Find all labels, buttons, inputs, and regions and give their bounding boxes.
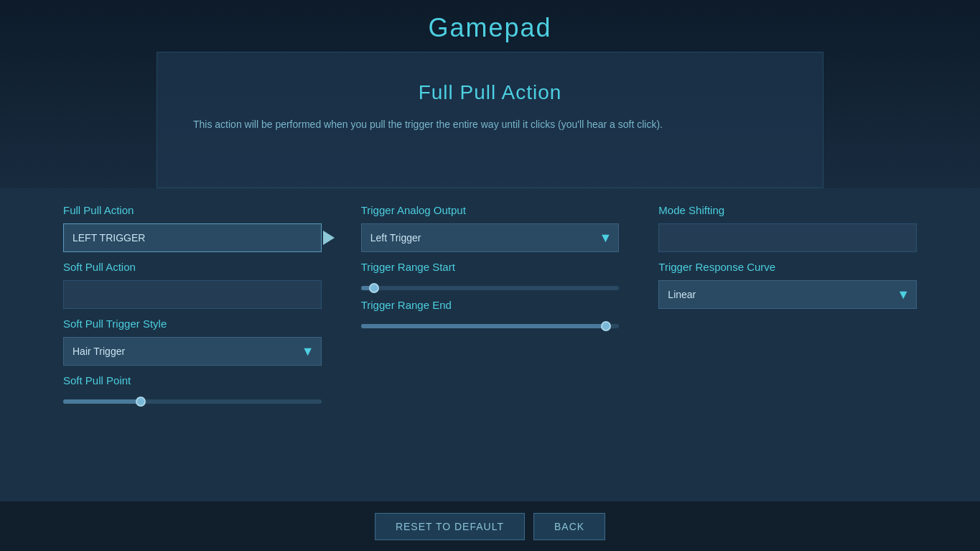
mode-shifting-input[interactable]	[658, 223, 917, 252]
trigger-range-start-label: Trigger Range Start	[361, 261, 620, 273]
trigger-analog-output-label: Trigger Analog Output	[361, 204, 620, 216]
trigger-range-start-group: Trigger Range Start	[361, 261, 620, 290]
full-pull-action-input[interactable]	[63, 223, 322, 252]
trigger-response-curve-select[interactable]: Linear Aggressive Relaxed Wide Medium Na…	[658, 280, 917, 309]
trigger-range-end-track	[361, 324, 620, 328]
trigger-range-end-thumb[interactable]	[601, 321, 611, 331]
trigger-analog-output-wrapper: Left Trigger Right Trigger None ▼	[361, 223, 620, 252]
trigger-response-curve-wrapper: Linear Aggressive Relaxed Wide Medium Na…	[658, 280, 917, 309]
header: Gamepad	[0, 0, 980, 52]
hero-card-title: Full Pull Action	[193, 81, 787, 104]
back-button[interactable]: BACK	[533, 513, 605, 540]
page-title: Gamepad	[428, 13, 551, 42]
soft-pull-action-label: Soft Pull Action	[63, 261, 322, 273]
soft-pull-trigger-style-select[interactable]: Hair Trigger Hip Fire Hair Trigger + Hip…	[63, 337, 322, 366]
soft-pull-point-thumb[interactable]	[136, 397, 146, 407]
mode-shifting-group: Mode Shifting	[658, 204, 917, 252]
soft-pull-trigger-style-group: Soft Pull Trigger Style Hair Trigger Hip…	[63, 318, 322, 366]
full-pull-action-label: Full Pull Action	[63, 204, 322, 216]
soft-pull-trigger-style-label: Soft Pull Trigger Style	[63, 318, 322, 330]
soft-pull-point-label: Soft Pull Point	[63, 374, 322, 386]
soft-pull-point-group: Soft Pull Point	[63, 374, 322, 404]
trigger-analog-output-select[interactable]: Left Trigger Right Trigger None	[361, 223, 620, 252]
hero-card-description: This action will be performed when you p…	[193, 117, 753, 132]
col-center: Trigger Analog Output Left Trigger Right…	[361, 204, 620, 328]
soft-pull-trigger-style-wrapper: Hair Trigger Hip Fire Hair Trigger + Hip…	[63, 337, 322, 366]
soft-pull-point-slider[interactable]	[63, 394, 322, 404]
trigger-range-end-label: Trigger Range End	[361, 299, 620, 311]
trigger-range-end-fill	[361, 324, 607, 328]
page-wrapper: Gamepad Full Pull Action This action wil…	[0, 0, 980, 551]
soft-pull-point-fill	[63, 399, 141, 404]
footer: RESET TO DEFAULT BACK	[0, 501, 980, 551]
mode-shifting-label: Mode Shifting	[658, 204, 917, 216]
soft-pull-action-input[interactable]	[63, 280, 322, 309]
soft-pull-point-track	[63, 399, 322, 404]
trigger-response-curve-label: Trigger Response Curve	[658, 261, 917, 273]
trigger-response-curve-group: Trigger Response Curve Linear Aggressive…	[658, 261, 917, 309]
trigger-range-start-thumb[interactable]	[369, 283, 379, 293]
col-right: Mode Shifting Trigger Response Curve Lin…	[658, 204, 917, 309]
soft-pull-action-group: Soft Pull Action	[63, 261, 322, 309]
full-pull-action-wrapper	[63, 223, 322, 252]
trigger-range-start-slider[interactable]	[361, 280, 620, 290]
cursor-triangle-icon	[323, 231, 335, 245]
trigger-range-end-slider[interactable]	[361, 318, 620, 328]
hero-card: Full Pull Action This action will be per…	[157, 52, 823, 188]
full-pull-action-group: Full Pull Action	[63, 204, 322, 252]
col-left: Full Pull Action Soft Pull Action Soft P…	[63, 204, 322, 404]
controls-area: Full Pull Action Soft Pull Action Soft P…	[0, 188, 980, 501]
trigger-range-end-group: Trigger Range End	[361, 299, 620, 328]
trigger-range-start-track	[361, 286, 620, 290]
trigger-analog-output-group: Trigger Analog Output Left Trigger Right…	[361, 204, 620, 252]
reset-to-default-button[interactable]: RESET TO DEFAULT	[375, 513, 525, 540]
